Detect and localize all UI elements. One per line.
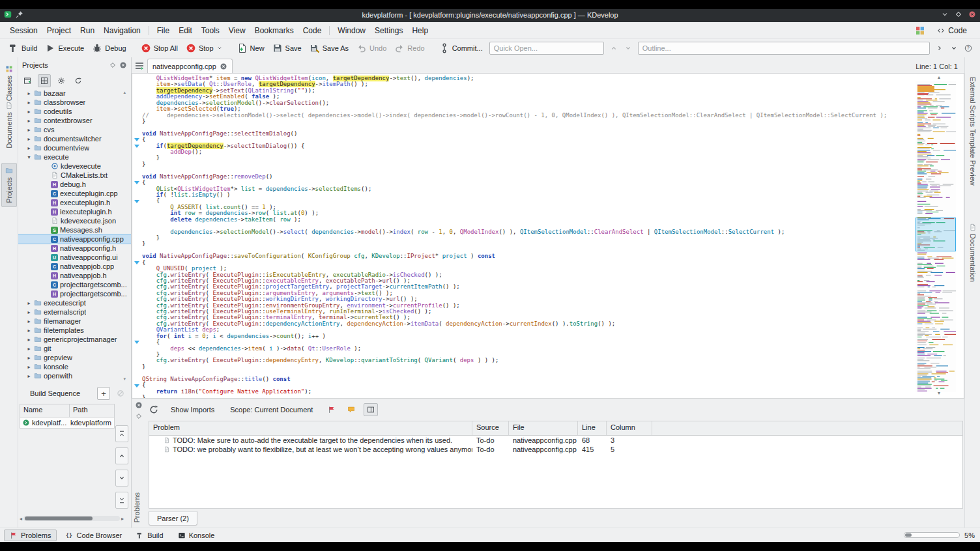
tree-item-bazaar[interactable]: ▸bazaar xyxy=(18,89,131,98)
chevdown-button[interactable] xyxy=(622,42,635,55)
column-header-path[interactable]: Path xyxy=(70,404,114,417)
menu-project[interactable]: Project xyxy=(42,24,76,37)
projects-tool-grid[interactable] xyxy=(38,74,51,87)
column-header-problem[interactable]: Problem xyxy=(149,421,472,435)
menu-code[interactable]: Code xyxy=(298,24,326,37)
minimize-icon[interactable] xyxy=(941,10,949,18)
sidebar-tab-external-scripts[interactable]: External Scripts xyxy=(966,77,979,127)
tree-item-git[interactable]: ▸git xyxy=(18,344,131,353)
build-sequence-row[interactable]: kdevplatf... kdevplatform xyxy=(20,417,114,428)
pin-icon[interactable] xyxy=(16,10,23,18)
close-window-icon[interactable] xyxy=(968,10,976,18)
statusbar-build[interactable]: Build xyxy=(130,530,169,541)
tree-item-filemanager[interactable]: ▸filemanager xyxy=(18,317,131,326)
fold-marker-icon[interactable] xyxy=(134,145,139,148)
sidebar-tab-documentation[interactable]: Documentation xyxy=(966,223,979,282)
quick-open-input[interactable]: Quick Open... xyxy=(489,42,604,55)
tree-item-kdevexecute[interactable]: kdevexecute xyxy=(18,162,131,171)
tree-item-debug-h[interactable]: Hdebug.h xyxy=(18,180,131,189)
code-area[interactable]: QListWidgetItem* item = new QListWidgetI… xyxy=(142,76,905,398)
projects-tool-newview[interactable] xyxy=(21,74,34,87)
tree-item-nativeappjob-h[interactable]: Hnativeappjob.h xyxy=(18,271,131,280)
save-as-button[interactable]: Save As xyxy=(306,41,352,55)
zoom-slider[interactable] xyxy=(904,532,960,538)
expander-closed-icon[interactable]: ▸ xyxy=(26,145,32,151)
column-header-line[interactable]: Line xyxy=(578,421,607,435)
move-down-button[interactable] xyxy=(115,470,128,487)
expander-closed-icon[interactable]: ▸ xyxy=(26,318,32,324)
undo-button[interactable]: Undo xyxy=(353,41,390,55)
dock-float-icon[interactable] xyxy=(135,412,143,420)
expander-closed-icon[interactable]: ▸ xyxy=(26,309,32,315)
tree-item-cmakelists-txt[interactable]: CMakeLists.txt xyxy=(18,171,131,180)
tree-item-konsole[interactable]: ▸konsole xyxy=(18,362,131,371)
scroll-right-icon[interactable]: ▸ xyxy=(121,516,124,522)
scope-dropdown[interactable]: Scope: Current Document xyxy=(226,404,317,416)
tree-item-externalscript[interactable]: ▸externalscript xyxy=(18,307,131,317)
sidebar-tab-documents[interactable]: Documents xyxy=(1,98,17,152)
minimap-canvas[interactable] xyxy=(915,81,956,392)
tree-item-kdevexecute-json[interactable]: kdevexecute.json xyxy=(18,216,131,225)
remove-from-build-sequence-button[interactable] xyxy=(114,387,127,400)
outline-input[interactable]: Outline... xyxy=(638,42,930,55)
menu-file[interactable]: File xyxy=(152,24,174,37)
build-button[interactable]: Build xyxy=(5,41,40,55)
tree-item-grepview[interactable]: ▸grepview xyxy=(18,353,131,362)
tree-item-messages-sh[interactable]: SMessages.sh xyxy=(18,225,131,234)
expander-closed-icon[interactable]: ▸ xyxy=(26,91,32,96)
filter-flag-button[interactable] xyxy=(324,403,339,416)
help-button[interactable]: ? xyxy=(962,42,975,55)
fold-marker-icon[interactable] xyxy=(134,200,139,203)
tree-item-contextbrowser[interactable]: ▸contextbrowser xyxy=(18,116,131,125)
redo-button[interactable]: Redo xyxy=(391,41,427,55)
expander-closed-icon[interactable]: ▸ xyxy=(26,300,32,306)
move-up-button[interactable] xyxy=(115,447,128,464)
sidebar-tab-projects[interactable]: Projects xyxy=(1,163,17,207)
tree-item-genericprojectmanager[interactable]: ▸genericprojectmanager xyxy=(18,335,131,344)
move-bottom-button[interactable] xyxy=(115,492,128,509)
tree-item-cvs[interactable]: ▸cvs xyxy=(18,125,131,134)
new-button[interactable]: New xyxy=(234,41,268,55)
tree-scroll-up-icon[interactable]: ▴ xyxy=(123,90,126,95)
expander-open-icon[interactable]: ▾ xyxy=(26,154,32,160)
save-button[interactable]: Save xyxy=(269,41,305,55)
commit-button[interactable]: Commit... xyxy=(436,41,486,55)
show-imports-button[interactable]: Show Imports xyxy=(167,404,218,416)
execute-button[interactable]: Execute xyxy=(42,41,87,55)
fold-marker-icon[interactable] xyxy=(134,138,139,141)
tree-item-projecttargetscomb[interactable]: Hprojecttargetscomb... xyxy=(18,289,131,298)
editor-scroll-up-icon[interactable]: ▴ xyxy=(938,75,940,80)
problem-row[interactable]: TODO: we probably want to flexibilize, b… xyxy=(149,445,962,454)
expander-closed-icon[interactable]: ▸ xyxy=(26,373,32,379)
tree-item-execute[interactable]: ▾execute xyxy=(18,152,131,162)
projects-horizontal-scrollbar[interactable]: ◂ ▸ xyxy=(20,515,124,522)
menu-run[interactable]: Run xyxy=(76,24,99,37)
dock-float-icon[interactable] xyxy=(109,61,117,69)
maximize-icon[interactable] xyxy=(955,10,962,18)
tree-item-nativeappconfig-ui[interactable]: Unativeappconfig.ui xyxy=(18,253,131,262)
statusbar-code-browser[interactable]: {}Code Browser xyxy=(59,530,128,541)
chevup-button[interactable] xyxy=(607,42,620,55)
debug-button[interactable]: Debug xyxy=(89,41,129,55)
tree-item-nativeappjob-cpp[interactable]: Cnativeappjob.cpp xyxy=(18,262,131,271)
stop-all-button[interactable]: Stop All xyxy=(137,41,181,55)
column-header-column[interactable]: Column xyxy=(607,421,652,435)
menu-session[interactable]: Session xyxy=(5,24,42,37)
chevdown-button[interactable] xyxy=(947,42,960,55)
tree-item-filetemplates[interactable]: ▸filetemplates xyxy=(18,326,131,335)
add-to-build-sequence-button[interactable]: + xyxy=(97,387,110,400)
tree-item-nativeappconfig-h[interactable]: Hnativeappconfig.h xyxy=(18,244,131,253)
menu-edit[interactable]: Edit xyxy=(174,24,197,37)
column-header-source[interactable]: Source xyxy=(472,421,509,435)
projects-tool-sync[interactable] xyxy=(72,74,85,87)
tree-item-documentview[interactable]: ▸documentview xyxy=(18,143,131,152)
tree-item-executeplugin-h[interactable]: Hexecuteplugin.h xyxy=(18,198,131,207)
expander-closed-icon[interactable]: ▸ xyxy=(26,355,32,361)
expander-closed-icon[interactable]: ▸ xyxy=(26,100,32,106)
expander-closed-icon[interactable]: ▸ xyxy=(26,337,32,343)
zoom-slider-thumb[interactable] xyxy=(905,533,912,537)
tree-item-executescript[interactable]: ▸executescript xyxy=(18,298,131,307)
column-header-name[interactable]: Name xyxy=(20,404,70,417)
tab-nativeappconfig-cpp[interactable]: nativeappconfig.cpp xyxy=(147,59,233,73)
menu-settings[interactable]: Settings xyxy=(370,24,407,37)
